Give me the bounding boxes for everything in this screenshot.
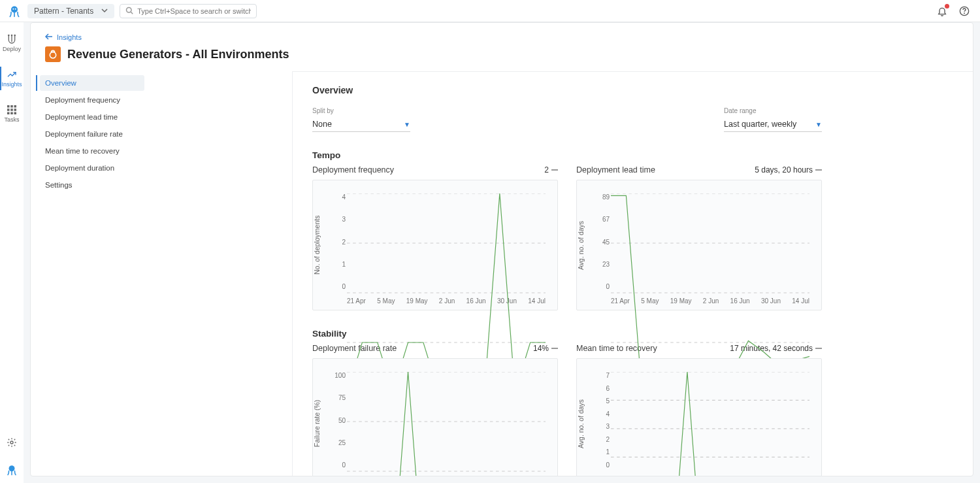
overview-title: Overview	[312, 85, 822, 95]
arrow-left-icon	[45, 33, 53, 41]
rail-label: Insights	[1, 81, 22, 88]
chart-deployment_lead_time: Deployment lead time5 days, 20 hoursAvg.…	[576, 165, 822, 310]
chart-y-axis-label: Avg. no. of days	[577, 359, 589, 476]
y-tick: 5	[594, 397, 610, 405]
chart-deployment_failure_rate: Deployment failure rate14%Failure rate (…	[312, 344, 558, 476]
left-rail: Deploy Insights Tasks	[0, 22, 24, 483]
chart-headline-value: 2	[544, 165, 558, 175]
split-by-dropdown[interactable]: None ▼	[312, 117, 410, 132]
svg-point-7	[8, 35, 9, 35]
trend-flat-icon	[815, 169, 822, 171]
y-tick: 89	[594, 193, 610, 201]
notifications-button[interactable]	[936, 5, 949, 18]
back-link-label: Insights	[57, 33, 82, 41]
y-tick: 0	[330, 283, 346, 290]
split-by-label: Split by	[312, 107, 410, 114]
date-range-label: Date range	[724, 107, 822, 114]
product-logo	[7, 3, 22, 19]
tasks-icon	[7, 105, 17, 115]
subnav-item-freq[interactable]: Deployment frequency	[40, 92, 144, 108]
y-tick: 0	[594, 283, 610, 290]
svg-point-0	[11, 6, 18, 12]
y-tick: 2	[594, 436, 610, 443]
y-tick: 50	[330, 417, 346, 424]
chart-title: Deployment frequency	[312, 165, 394, 175]
svg-point-1	[12, 8, 14, 9]
subnav: OverviewDeployment frequencyDeployment l…	[31, 71, 292, 476]
chevron-down-icon: ▼	[815, 121, 822, 128]
chevron-down-icon	[101, 7, 108, 16]
y-tick: 23	[594, 261, 610, 268]
svg-point-9	[14, 35, 15, 35]
chart-deployment_frequency: Deployment frequency2No. of deployments4…	[312, 165, 558, 310]
date-range-dropdown[interactable]: Last quarter, weekly ▼	[724, 117, 822, 132]
global-search[interactable]	[120, 4, 257, 18]
chart-headline-value: 5 days, 20 hours	[755, 165, 822, 175]
svg-point-22	[50, 52, 56, 58]
settings-button[interactable]	[5, 436, 18, 449]
chart-y-axis-label: Avg. no. of days	[577, 180, 589, 310]
report-icon	[45, 46, 61, 62]
y-tick: 1	[594, 448, 610, 456]
chart-plot	[347, 372, 546, 476]
svg-point-20	[9, 465, 15, 471]
y-tick: 4	[330, 193, 346, 201]
insights-icon	[7, 69, 17, 80]
y-tick: 3	[594, 423, 610, 430]
y-tick: 7	[594, 372, 610, 379]
split-by-value: None	[312, 120, 332, 129]
chart-title: Deployment lead time	[576, 165, 655, 175]
search-input[interactable]	[137, 7, 251, 15]
y-tick: 1	[330, 261, 346, 268]
y-tick: 45	[594, 239, 610, 246]
svg-line-4	[131, 12, 133, 14]
svg-point-8	[11, 35, 12, 35]
chart-plot	[611, 372, 809, 476]
svg-rect-15	[14, 108, 17, 111]
y-tick: 100	[330, 372, 346, 379]
subnav-item-mttr[interactable]: Mean time to recovery	[40, 143, 144, 159]
topbar: Pattern - Tenants	[0, 0, 980, 22]
subnav-item-lead[interactable]: Deployment lead time	[40, 109, 144, 125]
rail-label: Deploy	[3, 46, 21, 52]
svg-rect-14	[10, 108, 13, 111]
subnav-item-fail[interactable]: Deployment failure rate	[40, 126, 144, 142]
svg-point-19	[10, 441, 13, 444]
y-tick: 2	[330, 239, 346, 246]
trend-flat-icon	[815, 348, 822, 349]
y-tick: 6	[594, 385, 610, 392]
y-tick: 0	[594, 461, 610, 469]
page-title: Revenue Generators - All Environments	[67, 48, 289, 61]
user-avatar[interactable]	[5, 463, 18, 476]
rail-tasks[interactable]: Tasks	[0, 102, 24, 125]
subnav-item-settings[interactable]: Settings	[40, 177, 144, 193]
space-switcher[interactable]: Pattern - Tenants	[27, 4, 114, 18]
svg-point-3	[127, 7, 132, 12]
svg-point-6	[964, 13, 965, 14]
trend-flat-icon	[551, 348, 558, 349]
subnav-item-overview[interactable]: Overview	[40, 75, 144, 91]
y-tick: 4	[594, 410, 610, 418]
chart-mean_time_to_recovery: Mean time to recovery17 minutes, 42 seco…	[576, 344, 822, 476]
svg-rect-11	[10, 105, 13, 108]
svg-rect-13	[7, 108, 10, 111]
svg-rect-12	[14, 105, 17, 108]
chevron-down-icon: ▼	[404, 121, 410, 128]
help-button[interactable]	[958, 5, 971, 18]
rail-insights[interactable]: Insights	[0, 67, 24, 90]
svg-rect-17	[10, 112, 13, 115]
y-tick: 75	[330, 394, 346, 401]
chart-y-axis-label: No. of deployments	[313, 180, 325, 310]
svg-rect-10	[7, 105, 10, 108]
svg-point-2	[15, 8, 16, 9]
space-name: Pattern - Tenants	[34, 7, 93, 16]
back-to-insights-link[interactable]: Insights	[45, 33, 958, 41]
chart-y-axis-label: Failure rate (%)	[313, 359, 325, 476]
y-tick: 67	[594, 216, 610, 223]
trend-flat-icon	[551, 169, 558, 171]
rail-label: Tasks	[4, 116, 19, 123]
rail-deploy[interactable]: Deploy	[0, 31, 24, 55]
search-icon	[125, 7, 133, 16]
subnav-item-dur[interactable]: Deployment duration	[40, 160, 144, 176]
y-tick: 0	[330, 461, 346, 469]
